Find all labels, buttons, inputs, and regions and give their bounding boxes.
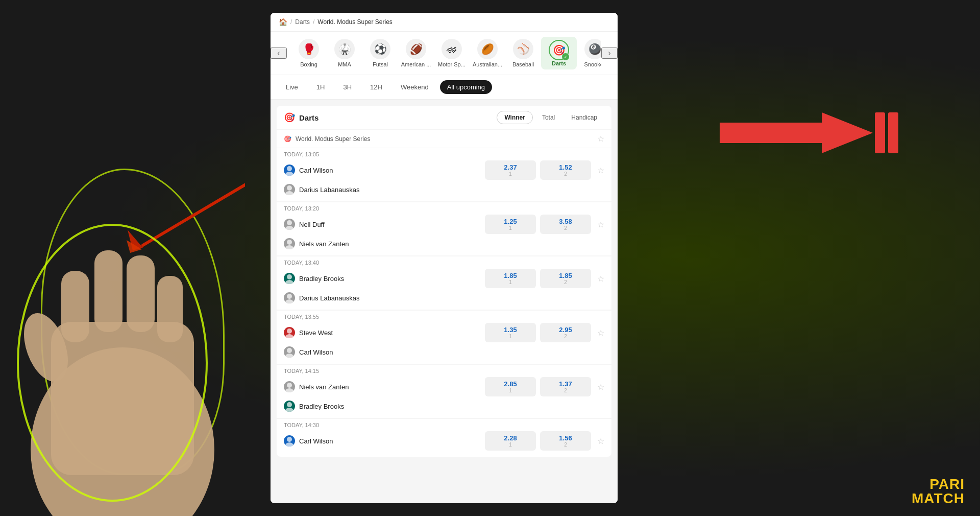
match-fav-1340[interactable]: ☆ (597, 274, 604, 284)
odds-container-1430: 2.28 1 1.56 2 (485, 431, 591, 451)
sport-item-motor[interactable]: 🏎 Motor Sp... (434, 36, 470, 71)
match-row-bb2: Bradley Brooks (284, 398, 604, 414)
player-name-nd: Neil Duff (299, 221, 481, 228)
player-avatar-sw (284, 327, 295, 338)
player-name-cw2: Carl Wilson (299, 348, 604, 356)
svg-point-19 (285, 245, 293, 249)
match-rows-1320: Neil Duff 1.25 1 3.58 2 ☆ (277, 213, 611, 255)
match-time-1415: Today, 14:15 (277, 365, 611, 375)
match-row-sw: Steve West 1.35 1 2.95 2 ☆ (284, 321, 604, 344)
odds-btn-1355-1[interactable]: 1.35 1 (485, 323, 536, 342)
tournament-favorite[interactable]: ☆ (597, 134, 604, 144)
odds-btn-1430-2[interactable]: 1.56 2 (540, 431, 591, 451)
svg-point-26 (287, 348, 292, 353)
svg-point-21 (285, 280, 293, 284)
tab-winner[interactable]: Winner (497, 111, 533, 124)
match-row-nvz2: Niels van Zanten 2.85 1 1.37 2 ☆ (284, 375, 604, 398)
match-rows-1355: Steve West 1.35 1 2.95 2 ☆ (277, 321, 611, 364)
player-name-nvz2: Niels van Zanten (299, 383, 481, 391)
sport-item-boxing[interactable]: 🥊 Boxing (291, 36, 327, 71)
svg-point-24 (287, 329, 292, 334)
sport-item-australian[interactable]: 🏉 Australian... (470, 36, 505, 71)
sport-item-mma[interactable]: 🥋 MMA (327, 36, 362, 71)
player-avatar-cw2 (284, 346, 295, 358)
svg-point-33 (285, 442, 293, 447)
match-block-1320: Today, 13:20 Neil Duff 1.25 1 3.58 (277, 202, 611, 255)
svg-point-15 (285, 191, 293, 195)
tab-total[interactable]: Total (535, 111, 562, 124)
match-block-1415: Today, 14:15 Niels van Zanten 2.85 1 1.3… (277, 365, 611, 418)
odds-num-1430-2: 2 (540, 442, 591, 448)
odds-btn-1305-1[interactable]: 2.37 1 (485, 160, 536, 180)
odds-value-1320-1: 1.25 (485, 218, 536, 225)
sport-label-boxing: Boxing (300, 61, 317, 67)
odds-btn-1430-1[interactable]: 2.28 1 (485, 431, 536, 451)
sport-item-darts[interactable]: 🎯 ✓ Darts (541, 37, 577, 69)
filter-3h[interactable]: 3H (336, 80, 359, 94)
match-fav-1430[interactable]: ☆ (597, 436, 604, 446)
tournament-name: World. Modus Super Series (296, 135, 371, 143)
boxing-icon: 🥊 (299, 39, 319, 59)
odds-btn-1340-2[interactable]: 1.85 2 (540, 269, 591, 288)
match-fav-1320[interactable]: ☆ (597, 220, 604, 229)
odds-value-1415-2: 1.37 (540, 380, 591, 388)
match-fav-1305[interactable]: ☆ (597, 166, 604, 175)
sport-item-american[interactable]: 🏈 American ... (398, 36, 434, 71)
futsal-icon: ⚽ (370, 39, 390, 59)
svg-point-20 (287, 274, 292, 279)
odds-num-1340-2: 2 (540, 279, 591, 285)
filter-all-upcoming[interactable]: All upcoming (440, 80, 492, 94)
svg-point-22 (287, 294, 292, 299)
american-icon: 🏈 (406, 39, 426, 59)
svg-point-12 (287, 166, 292, 171)
match-fav-1415[interactable]: ☆ (597, 382, 604, 392)
odds-btn-1340-1[interactable]: 1.85 1 (485, 269, 536, 288)
home-icon[interactable]: 🏠 (279, 18, 287, 26)
filter-live[interactable]: Live (279, 80, 305, 94)
match-fav-1355[interactable]: ☆ (597, 328, 604, 338)
section-title-text: Darts (299, 113, 318, 122)
sport-item-baseball[interactable]: ⚾ Baseball (505, 36, 541, 71)
tournament-row: 🎯 World. Modus Super Series ☆ (277, 130, 611, 148)
filter-weekend[interactable]: Weekend (394, 80, 436, 94)
sports-nav-next[interactable]: › (601, 48, 618, 59)
odds-btn-1320-2[interactable]: 3.58 2 (540, 215, 591, 234)
tab-handicap[interactable]: Handicap (564, 111, 604, 124)
player-avatar-bb1 (284, 273, 295, 284)
breadcrumb-sep-2: / (313, 18, 314, 26)
svg-point-17 (285, 226, 293, 230)
svg-point-16 (287, 220, 292, 225)
section-header: 🎯 Darts Winner Total Handicap (277, 106, 611, 129)
svg-point-13 (285, 172, 293, 176)
filter-12h[interactable]: 12H (363, 80, 389, 94)
sports-nav-prev[interactable]: ‹ (271, 48, 287, 59)
match-rows-1430: Carl Wilson 2.28 1 1.56 2 ☆ (277, 429, 611, 457)
breadcrumb-darts[interactable]: Darts (295, 18, 310, 26)
odds-num-1355-2: 2 (540, 334, 591, 339)
odds-btn-1355-2[interactable]: 2.95 2 (540, 323, 591, 342)
red-arrow (720, 112, 898, 153)
sports-nav-inner: 🥊 Boxing 🥋 MMA ⚽ Futsal 🏈 American ... 🏎… (287, 36, 601, 71)
odds-btn-1415-2[interactable]: 1.37 2 (540, 377, 591, 396)
odds-btn-1305-2[interactable]: 1.52 2 (540, 160, 591, 180)
match-block-1305: Today, 13:05 Carl Wilson 2.37 1 1.52 (277, 148, 611, 201)
section-tabs: Winner Total Handicap (497, 111, 604, 124)
snooker-icon: 🎱 (584, 39, 601, 59)
odds-value-1340-2: 1.85 (540, 272, 591, 279)
filter-1h[interactable]: 1H (309, 80, 332, 94)
content-area: 🎯 Darts Winner Total Handicap 🎯 World. M… (271, 100, 618, 503)
australian-icon: 🏉 (477, 39, 498, 59)
sport-item-snooker[interactable]: 🎱 Snooker (577, 36, 601, 71)
svg-point-28 (287, 383, 292, 388)
hand-illustration (0, 118, 245, 516)
odds-btn-1320-1[interactable]: 1.25 1 (485, 215, 536, 234)
odds-value-1355-1: 1.35 (485, 326, 536, 334)
svg-line-7 (143, 179, 245, 245)
odds-container-1355: 1.35 1 2.95 2 (485, 323, 591, 342)
odds-btn-1415-1[interactable]: 2.85 1 (485, 377, 536, 396)
sport-item-futsal[interactable]: ⚽ Futsal (362, 36, 398, 71)
match-rows-1340: Bradley Brooks 1.85 1 1.85 2 ☆ (277, 267, 611, 310)
mma-icon: 🥋 (334, 39, 355, 59)
section-darts-icon: 🎯 (284, 112, 295, 123)
match-row-nvz1: Niels van Zanten (284, 236, 604, 251)
